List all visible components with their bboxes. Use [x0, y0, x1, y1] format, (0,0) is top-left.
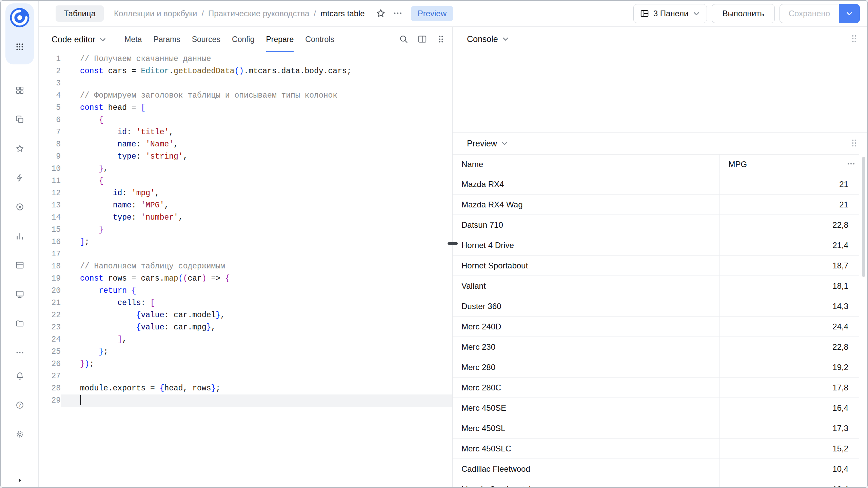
code-line[interactable]: 20 return {	[39, 285, 452, 297]
code-line[interactable]: 7 id: 'title',	[39, 126, 452, 138]
sidebar-table-icon[interactable]	[13, 258, 26, 272]
console-title[interactable]: Console	[467, 34, 510, 44]
editor-header: Code editor MetaParamsSourcesConfigPrepa…	[39, 27, 452, 52]
sidebar-star-icon[interactable]	[13, 142, 26, 155]
code-line[interactable]: 5const head = [	[39, 102, 452, 114]
run-button[interactable]: Выполнить	[712, 4, 774, 23]
code-line[interactable]: 8 name: 'Name',	[39, 138, 452, 150]
code-line[interactable]: 19const rows = cars.map((car) => {	[39, 272, 452, 285]
table-row: Duster 36014,3	[453, 296, 859, 317]
code-line[interactable]: 25 };	[39, 346, 452, 358]
ellipsis-icon	[393, 8, 403, 19]
cell-name: Cadillac Fleetwood	[453, 459, 719, 479]
cell-name: Merc 450SL	[453, 418, 719, 439]
preview-mode-badge[interactable]: Preview	[411, 6, 453, 21]
editor-mode-selector[interactable]: Code editor	[52, 35, 107, 44]
favorite-button[interactable]	[376, 8, 386, 19]
chevron-down-icon	[99, 36, 107, 44]
panels-count-button[interactable]: 3 Панели	[633, 4, 707, 23]
code-line[interactable]: 12 id: 'mpg',	[39, 187, 452, 199]
tab-prepare[interactable]: Prepare	[266, 27, 294, 52]
table-row: Mazda RX4 Wag21	[453, 195, 859, 215]
cell-name: Merc 450SE	[453, 398, 719, 418]
code-line[interactable]: 13 name: 'MPG',	[39, 199, 452, 211]
code-line[interactable]: 4// Формируем заголовок таблицы и описыв…	[39, 89, 452, 102]
table-row: Merc 23022,8	[453, 337, 859, 357]
code-line[interactable]: 6 {	[39, 114, 452, 126]
code-line[interactable]: 17	[39, 248, 452, 260]
save-button-group: Сохранено	[780, 4, 860, 23]
breadcrumb-separator: /	[314, 9, 316, 18]
split-view-button[interactable]	[417, 34, 427, 45]
code-line[interactable]: 10 },	[39, 163, 452, 175]
console-drag-handle[interactable]	[849, 34, 859, 45]
code-line[interactable]: 15 }	[39, 224, 452, 236]
code-line[interactable]: 29	[39, 394, 452, 407]
code-line[interactable]: 22 {value: car.model},	[39, 309, 452, 321]
sidebar-monitor-icon[interactable]	[13, 287, 26, 301]
preview-drag-handle[interactable]	[849, 138, 859, 149]
saved-button[interactable]: Сохранено	[780, 4, 839, 23]
sidebar-tiles-icon[interactable]	[13, 83, 26, 97]
search-button[interactable]	[399, 34, 409, 45]
code-line[interactable]: 1// Получаем скачанные данные	[39, 53, 452, 65]
sidebar: ?	[1, 1, 39, 487]
cell-name: Datsun 710	[453, 215, 719, 235]
sidebar-folder-icon[interactable]	[13, 317, 26, 330]
preview-header: Preview	[453, 133, 867, 154]
cell-mpg: 21	[719, 174, 859, 195]
code-line[interactable]: 21 cells: [	[39, 297, 452, 309]
table-header-row: Name MPG	[453, 155, 859, 174]
preview-scrollbar-thumb[interactable]	[862, 157, 865, 277]
breadcrumb-item[interactable]: Коллекции и воркбуки	[114, 9, 197, 18]
tab-sources[interactable]: Sources	[192, 27, 220, 52]
sidebar-collections-icon[interactable]	[13, 113, 26, 126]
cell-name: Lincoln Continental	[453, 479, 719, 488]
sidebar-settings-icon[interactable]	[13, 427, 26, 441]
more-options-button[interactable]	[393, 8, 403, 19]
apps-grid-button[interactable]	[13, 40, 26, 54]
table-row: Merc 28019,2	[453, 357, 859, 378]
sidebar-chart-icon[interactable]	[13, 229, 26, 243]
chevron-down-icon	[692, 9, 701, 18]
code-line[interactable]: 9 type: 'string',	[39, 150, 452, 163]
cell-mpg: 16,4	[719, 398, 859, 418]
code-line[interactable]: 16];	[39, 236, 452, 248]
panel-drag-handle[interactable]	[436, 34, 446, 45]
code-line[interactable]: 11 {	[39, 175, 452, 187]
sidebar-help-icon[interactable]: ?	[13, 398, 26, 412]
table-settings-button[interactable]	[846, 159, 856, 169]
tab-controls[interactable]: Controls	[305, 27, 334, 52]
sidebar-circle-icon[interactable]	[13, 200, 26, 214]
sidebar-bell-icon[interactable]	[13, 369, 26, 383]
tab-meta[interactable]: Meta	[124, 27, 142, 52]
code-line[interactable]: 27	[39, 370, 452, 382]
code-line[interactable]: 3	[39, 77, 452, 89]
code-area[interactable]: 1// Получаем скачанные данные2const cars…	[39, 52, 452, 487]
code-line[interactable]: 14 type: 'number',	[39, 211, 452, 224]
datalens-logo[interactable]	[9, 7, 30, 28]
breadcrumb-item[interactable]: Практические руководства	[208, 9, 309, 18]
tab-config[interactable]: Config	[232, 27, 254, 52]
text-cursor	[80, 395, 81, 405]
preview-title[interactable]: Preview	[467, 139, 509, 148]
sidebar-expand-button[interactable]	[13, 474, 26, 487]
breadcrumb: Коллекции и воркбуки / Практические руко…	[114, 9, 365, 18]
star-icon	[376, 8, 386, 19]
table-row: Merc 450SE16,4	[453, 398, 859, 418]
cell-name: Mazda RX4	[453, 174, 719, 195]
sidebar-more-icon[interactable]	[13, 346, 26, 359]
code-line[interactable]: 28module.exports = {head, rows};	[39, 382, 452, 394]
sidebar-lightning-icon[interactable]	[13, 171, 26, 184]
code-line[interactable]: 23 {value: car.mpg},	[39, 321, 452, 333]
tab-params[interactable]: Params	[153, 27, 180, 52]
code-line[interactable]: 24 ],	[39, 333, 452, 346]
code-line[interactable]: 18// Наполняем таблицу содержимым	[39, 260, 452, 272]
table-row: Merc 450SLC15,2	[453, 439, 859, 459]
code-line[interactable]: 2const cars = Editor.getLoadedData().mtc…	[39, 65, 452, 77]
cell-mpg: 15,2	[719, 439, 859, 459]
code-line[interactable]: 26});	[39, 358, 452, 370]
save-dropdown-button[interactable]	[839, 4, 860, 23]
breadcrumb-current: mtcars table	[320, 9, 365, 18]
panel-resize-handle[interactable]	[448, 242, 458, 245]
